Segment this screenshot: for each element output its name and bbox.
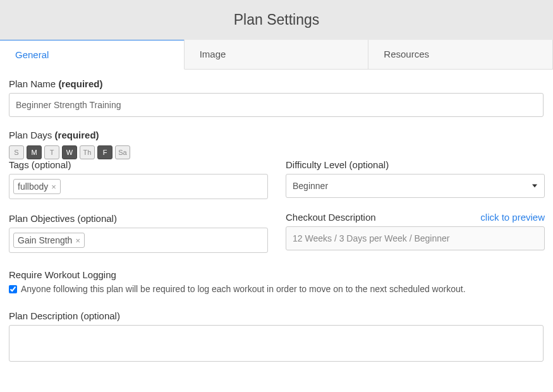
content-general: Plan Name (required) Plan Days (required… <box>0 70 553 372</box>
day-m[interactable]: M <box>27 145 42 159</box>
logging-checkbox[interactable] <box>9 285 17 293</box>
objectives-tag: Gain Strength× <box>13 233 85 248</box>
day-th[interactable]: Th <box>80 145 95 159</box>
plan-days-picker: SMTWThFSa <box>9 145 544 159</box>
page-title: Plan Settings <box>234 11 320 28</box>
difficulty-label: Difficulty Level (optional) <box>286 159 545 170</box>
plan-name-label: Plan Name (required) <box>9 78 544 89</box>
difficulty-selected: Beginner <box>293 181 328 191</box>
checkout-label: Checkout Description <box>286 212 376 223</box>
chevron-down-icon <box>532 185 537 188</box>
plan-days-label: Plan Days (required) <box>9 130 544 140</box>
tags-input[interactable]: fullbody× <box>9 174 268 199</box>
day-t[interactable]: T <box>44 145 59 159</box>
checkout-preview-link[interactable]: click to preview <box>480 212 545 223</box>
plan-name-required: (required) <box>58 78 102 89</box>
checkout-description-input[interactable]: 12 Weeks / 3 Days per Week / Beginner <box>286 226 545 250</box>
day-f[interactable]: F <box>97 145 112 159</box>
checkout-label-row: Checkout Description click to preview <box>286 212 545 223</box>
tabs: General Image Resources <box>0 40 553 70</box>
tab-general[interactable]: General <box>0 39 185 70</box>
day-s[interactable]: S <box>9 145 24 159</box>
tab-resources[interactable]: Resources <box>368 40 553 69</box>
close-icon[interactable]: × <box>51 182 56 192</box>
logging-label: Require Workout Logging <box>9 269 544 280</box>
tags-tag: fullbody× <box>13 179 61 194</box>
tags-tag-label: fullbody <box>18 181 48 192</box>
description-label: Plan Description (optional) <box>9 310 544 321</box>
checkout-description-value: 12 Weeks / 3 Days per Week / Beginner <box>293 233 450 243</box>
day-w[interactable]: W <box>62 145 77 159</box>
close-icon[interactable]: × <box>75 236 80 245</box>
description-textarea[interactable] <box>9 325 544 362</box>
logging-text: Anyone following this plan will be requi… <box>21 284 466 294</box>
plan-days-required: (required) <box>55 130 99 140</box>
objectives-label: Plan Objectives (optional) <box>9 213 268 224</box>
day-sa[interactable]: Sa <box>115 145 130 159</box>
objectives-tag-label: Gain Strength <box>18 235 72 245</box>
tab-image[interactable]: Image <box>185 40 369 69</box>
objectives-input[interactable]: Gain Strength× <box>9 228 268 253</box>
plan-name-label-text: Plan Name <box>9 78 56 89</box>
modal-header: Plan Settings <box>0 0 553 40</box>
plan-name-input[interactable] <box>9 93 544 117</box>
plan-days-label-text: Plan Days <box>9 130 52 140</box>
tags-label: Tags (optional) <box>9 159 268 170</box>
difficulty-select[interactable]: Beginner <box>286 174 545 198</box>
